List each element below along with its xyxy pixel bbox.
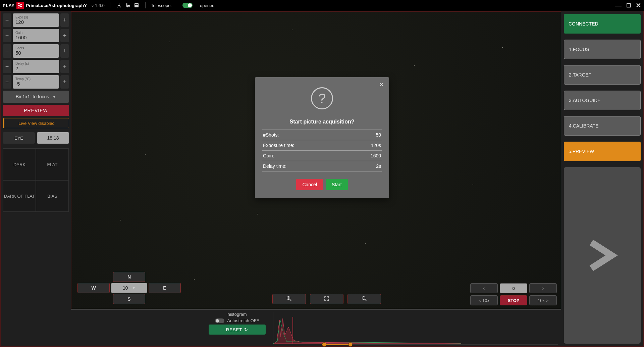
left-panel: − Expo (s) 120 + − Gain 1600 + − Shots 5… xyxy=(1,11,71,346)
connected-status[interactable]: CONNECTED xyxy=(564,14,641,34)
shots-decrement[interactable]: − xyxy=(3,44,11,58)
window-minimize-icon[interactable]: — xyxy=(615,2,622,9)
gain-increment[interactable]: + xyxy=(60,29,69,42)
frame-index: 0 xyxy=(500,283,527,293)
move-speed-value: 10 xyxy=(123,285,128,291)
delay-value: 2 xyxy=(15,65,56,71)
delay-increment[interactable]: + xyxy=(60,60,69,73)
move-south-button[interactable]: S xyxy=(113,294,145,304)
temp-field[interactable]: Temp (°C) -5 xyxy=(13,75,59,89)
right-panel: CONNECTED 1.FOCUS 2.TARGET 3.AUTOGUIDE 4… xyxy=(561,11,643,346)
delay-stepper: − Delay (s) 2 + xyxy=(3,60,69,73)
gain-value: 1600 xyxy=(15,35,56,40)
expo-increment[interactable]: + xyxy=(60,13,69,27)
flat-button[interactable]: FLAT xyxy=(36,149,69,180)
frame-fwd10-button[interactable]: 10x > xyxy=(529,295,557,305)
app-brand: PrimaLuceAstrophotographY xyxy=(26,3,87,8)
directional-pad: N W 10 ▼ E S xyxy=(75,272,183,305)
calibration-frames: DARK FLAT DARK OF FLAT BIAS xyxy=(3,148,69,212)
refresh-icon: ↻ xyxy=(244,327,248,332)
temp-decrement[interactable]: − xyxy=(3,75,11,89)
modal-cancel-button[interactable]: Cancel xyxy=(296,179,323,190)
svg-point-1 xyxy=(128,5,129,6)
temp-value: -5 xyxy=(15,81,56,87)
eye-button[interactable]: EYE xyxy=(3,132,35,144)
histogram-chart[interactable] xyxy=(273,312,461,344)
temp-label: Temp (°C) xyxy=(15,77,56,81)
telescope-switch[interactable] xyxy=(182,3,193,8)
shots-field[interactable]: Shots 50 xyxy=(13,44,59,58)
binning-select[interactable]: Bin1x1: to focus ▼ xyxy=(3,91,69,103)
liveview-status[interactable]: Live View disabled xyxy=(3,118,69,128)
question-icon: ? xyxy=(311,87,333,109)
move-north-button[interactable]: N xyxy=(113,272,145,282)
save-icon[interactable] xyxy=(133,2,140,9)
modal-close-icon[interactable]: ✕ xyxy=(379,81,384,89)
preview-button[interactable]: PREVIEW xyxy=(3,105,69,116)
eye-value: 18.18 xyxy=(37,132,69,144)
expo-label: Expo (s) xyxy=(15,15,56,19)
chevron-right-icon xyxy=(584,237,621,274)
histogram-panel: histogram Autostretch OFF RESET ↻ xyxy=(71,309,561,346)
gain-field[interactable]: Gain 1600 xyxy=(13,29,59,42)
move-speed-select[interactable]: 10 ▼ xyxy=(111,283,147,293)
bias-button[interactable]: BIAS xyxy=(36,180,69,212)
gain-decrement[interactable]: − xyxy=(3,29,11,42)
zoom-in-button[interactable] xyxy=(272,294,306,304)
expo-decrement[interactable]: − xyxy=(3,13,11,27)
stage-target[interactable]: 2.TARGET xyxy=(564,65,641,85)
modal-row-delay: Delay time: 2s xyxy=(262,161,382,171)
delay-field[interactable]: Delay (s) 2 xyxy=(13,60,59,73)
modal-row-shots: #Shots: 50 xyxy=(262,130,382,140)
telescope-status: opened xyxy=(200,3,214,8)
dark-button[interactable]: DARK xyxy=(3,149,36,180)
stage-calibrate[interactable]: 4.CALIBRATE xyxy=(564,116,641,136)
stage-preview[interactable]: 5.PREVIEW xyxy=(564,142,641,161)
dark-of-flat-button[interactable]: DARK OF FLAT xyxy=(3,180,36,212)
shots-stepper: − Shots 50 + xyxy=(3,44,69,58)
move-west-button[interactable]: W xyxy=(77,283,110,293)
frame-prev-button[interactable]: < xyxy=(470,283,498,293)
play-label: PLAY xyxy=(3,3,14,8)
delay-decrement[interactable]: − xyxy=(3,60,11,73)
sliders-icon[interactable] xyxy=(124,2,131,9)
stage-autoguide[interactable]: 3.AUTOGUIDE xyxy=(564,91,641,110)
app-logo-icon xyxy=(16,2,24,9)
move-east-button[interactable]: E xyxy=(149,283,181,293)
histogram-reset-button[interactable]: RESET ↻ xyxy=(209,325,266,335)
temp-increment[interactable]: + xyxy=(60,75,69,89)
telescope-label: Telescope: xyxy=(151,3,172,8)
expo-stepper: − Expo (s) 120 + xyxy=(3,13,69,27)
go-button[interactable] xyxy=(564,167,641,344)
liveview-label: Live View disabled xyxy=(18,121,54,126)
modal-title: Start picture acquisition? xyxy=(262,119,382,125)
topbar: PLAY PrimaLuceAstrophotographY v 1.6.0 T… xyxy=(0,0,644,11)
frame-stop-button[interactable]: STOP xyxy=(500,295,527,305)
expo-value: 120 xyxy=(15,19,56,25)
modal-row-gain: Gain: 1600 xyxy=(262,151,382,161)
svg-point-0 xyxy=(126,4,127,5)
autostretch-switch[interactable] xyxy=(215,318,224,323)
frame-next-button[interactable]: > xyxy=(529,283,557,293)
svg-rect-4 xyxy=(135,4,138,5)
tripod-icon[interactable] xyxy=(116,2,122,9)
zoom-out-button[interactable] xyxy=(347,294,381,304)
histogram-slider[interactable] xyxy=(322,342,558,347)
window-maximize-icon[interactable]: ☐ xyxy=(626,2,631,9)
chevron-down-icon: ▼ xyxy=(132,286,136,290)
app-version: v 1.6.0 xyxy=(92,3,105,8)
chevron-down-icon: ▼ xyxy=(52,95,56,99)
stage-focus[interactable]: 1.FOCUS xyxy=(564,40,641,59)
window-close-icon[interactable]: ✕ xyxy=(636,1,641,9)
modal-start-button[interactable]: Start xyxy=(326,179,348,190)
shots-increment[interactable]: + xyxy=(60,44,69,58)
delay-label: Delay (s) xyxy=(15,62,56,65)
gain-stepper: − Gain 1600 + xyxy=(3,29,69,42)
frame-back10-button[interactable]: < 10x xyxy=(470,295,498,305)
shots-label: Shots xyxy=(15,46,56,50)
expo-field[interactable]: Expo (s) 120 xyxy=(13,13,59,27)
binning-value: Bin1x1: to focus xyxy=(16,94,49,99)
zoom-fit-button[interactable] xyxy=(310,294,343,304)
temp-stepper: − Temp (°C) -5 + xyxy=(3,75,69,89)
histogram-label: histogram xyxy=(227,312,247,317)
